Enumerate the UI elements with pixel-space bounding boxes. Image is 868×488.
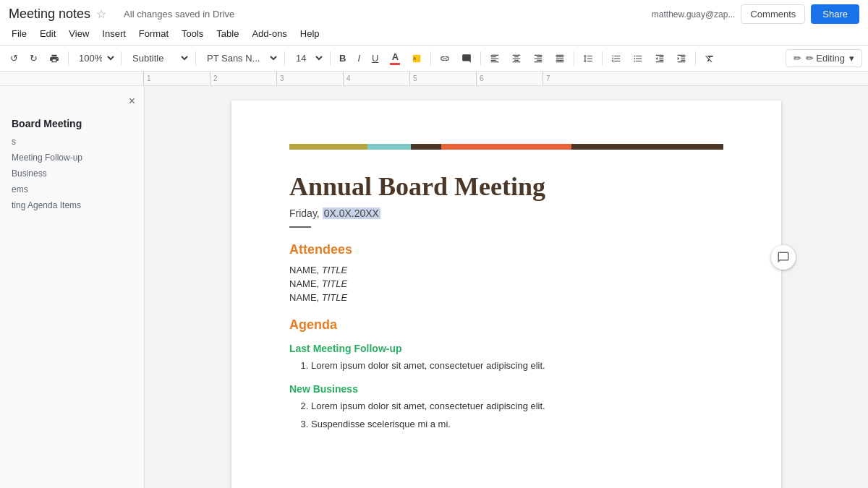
menu-view[interactable]: View	[63, 25, 95, 42]
print-button[interactable]	[45, 51, 64, 67]
color-segment-3	[411, 144, 441, 150]
clear-format-button[interactable]	[700, 51, 719, 67]
underline-button[interactable]: U	[367, 50, 383, 67]
menu-bar: File Edit View Insert Format Tools Table…	[0, 25, 868, 45]
font-color-button[interactable]: A	[386, 48, 404, 68]
attendee-1-title: TITLE	[322, 265, 347, 275]
save-status: All changes saved in Drive	[124, 9, 234, 20]
redo-button[interactable]: ↻	[25, 50, 42, 67]
menu-help[interactable]: Help	[294, 25, 326, 42]
date-highlight[interactable]: 0X.0X.20XX	[323, 207, 380, 219]
menu-insert[interactable]: Insert	[96, 25, 132, 42]
floating-comment-button[interactable]	[771, 245, 796, 270]
main-area: × Board Meeting s Meeting Follow-up Busi…	[0, 86, 868, 488]
ruler-mark-3: 3	[276, 72, 343, 86]
divider-3	[195, 51, 196, 66]
agenda-heading: Agenda	[289, 317, 723, 333]
user-email: matthew.guay@zap...	[652, 9, 736, 20]
font-size-select[interactable]: 14 10 12 16 18 24	[289, 49, 326, 67]
sidebar-item-business[interactable]: Business	[0, 166, 144, 181]
sidebar-close-button[interactable]: ×	[129, 95, 135, 108]
sub-heading-new-business: New Business	[289, 383, 723, 395]
increase-indent-button[interactable]	[672, 51, 691, 67]
font-select[interactable]: PT Sans N... Arial Times New Roman	[200, 49, 280, 67]
menu-format[interactable]: Format	[133, 25, 174, 42]
line-spacing-button[interactable]	[579, 51, 597, 67]
pencil-icon: ✏	[793, 53, 801, 64]
new-business-item-1: Lorem ipsum dolor sit amet, consectetuer…	[311, 399, 723, 414]
share-button[interactable]: Share	[811, 4, 859, 24]
attendee-2-title: TITLE	[322, 278, 347, 289]
align-center-button[interactable]	[507, 51, 526, 67]
attendee-1: NAME, TITLE	[289, 265, 723, 275]
sidebar-item-ems[interactable]: ems	[0, 181, 144, 197]
sidebar-heading: Board Meeting	[0, 114, 144, 134]
menu-file[interactable]: File	[6, 25, 33, 42]
title-bar: Meeting notes ☆ All changes saved in Dri…	[0, 0, 868, 25]
italic-button[interactable]: I	[353, 50, 365, 67]
doc-divider	[289, 226, 311, 228]
sub-heading-follow-up: Last Meeting Follow-up	[289, 343, 723, 354]
menu-edit[interactable]: Edit	[34, 25, 61, 42]
toolbar: ↺ ↻ 100% 75% 50% 150% Subtitle Normal te…	[0, 46, 868, 72]
divider-9	[602, 51, 603, 66]
color-segment-2	[367, 144, 411, 150]
attendee-3-title: TITLE	[322, 292, 347, 303]
highlight-button[interactable]: A	[407, 51, 426, 67]
numbered-list-button[interactable]	[607, 51, 626, 67]
attendee-2: NAME, TITLE	[289, 278, 723, 289]
comment-toolbar-button[interactable]	[457, 51, 476, 67]
divider-1	[68, 51, 69, 66]
document-area[interactable]: Annual Board Meeting Friday, 0X.0X.20XX …	[145, 86, 868, 488]
ruler-mark-2: 2	[210, 72, 276, 86]
sidebar-item-s[interactable]: s	[0, 134, 144, 150]
document-page[interactable]: Annual Board Meeting Friday, 0X.0X.20XX …	[231, 100, 781, 488]
divider-2	[121, 51, 122, 66]
svg-text:A: A	[414, 56, 417, 61]
title-left: Meeting notes ☆ All changes saved in Dri…	[9, 7, 234, 22]
sidebar-close-area: ×	[0, 95, 144, 114]
star-icon[interactable]: ☆	[96, 7, 106, 21]
editing-mode-label: ✏ Editing	[806, 53, 845, 64]
document-date: Friday, 0X.0X.20XX	[289, 207, 723, 219]
menu-tools[interactable]: Tools	[176, 25, 209, 42]
ruler-mark-6: 6	[476, 72, 542, 86]
editing-mode-button[interactable]: ✏ ✏ Editing ▾	[786, 49, 862, 67]
sidebar-item-follow-up[interactable]: Meeting Follow-up	[0, 150, 144, 166]
new-business-item-2: Suspendisse scelerisque mi a mi.	[311, 417, 723, 432]
sidebar-item-agenda[interactable]: ting Agenda Items	[0, 197, 144, 213]
justify-button[interactable]	[550, 51, 569, 67]
bold-button[interactable]: B	[335, 50, 350, 67]
divider-10	[695, 51, 696, 66]
paragraph-style-select[interactable]: Subtitle Normal text Heading 1	[126, 49, 191, 67]
zoom-select[interactable]: 100% 75% 50% 150%	[73, 50, 116, 67]
ruler-mark-1: 1	[143, 72, 210, 86]
divider-5	[330, 51, 331, 66]
divider-8	[574, 51, 574, 66]
attendee-3: NAME, TITLE	[289, 292, 723, 303]
document-title[interactable]: Meeting notes	[9, 7, 90, 22]
ruler-mark-5: 5	[409, 72, 476, 86]
top-bar: Meeting notes ☆ All changes saved in Dri…	[0, 0, 868, 46]
comments-button[interactable]: Comments	[741, 4, 805, 24]
menu-table[interactable]: Table	[210, 25, 244, 42]
document-main-title[interactable]: Annual Board Meeting	[289, 171, 723, 202]
divider-6	[430, 51, 431, 66]
attendees-heading: Attendees	[289, 242, 723, 257]
align-right-button[interactable]	[529, 51, 548, 67]
new-business-list: Lorem ipsum dolor sit amet, consectetuer…	[311, 399, 723, 432]
link-button[interactable]	[435, 51, 454, 67]
menu-addons[interactable]: Add-ons	[246, 25, 292, 42]
bullet-list-button[interactable]	[629, 51, 647, 67]
follow-up-item-1: Lorem ipsum dolor sit amet, consectetuer…	[311, 359, 723, 373]
color-segment-5	[571, 144, 723, 150]
editing-mode-chevron: ▾	[849, 53, 854, 64]
ruler-numbers: 1 2 3 4 5 6 7	[0, 72, 868, 86]
undo-button[interactable]: ↺	[6, 50, 22, 67]
ruler: 1 2 3 4 5 6 7	[0, 72, 868, 86]
align-left-button[interactable]	[485, 51, 504, 67]
sidebar: × Board Meeting s Meeting Follow-up Busi…	[0, 86, 145, 488]
color-segment-1	[289, 144, 367, 150]
date-prefix: Friday,	[289, 207, 323, 219]
decrease-indent-button[interactable]	[650, 51, 669, 67]
